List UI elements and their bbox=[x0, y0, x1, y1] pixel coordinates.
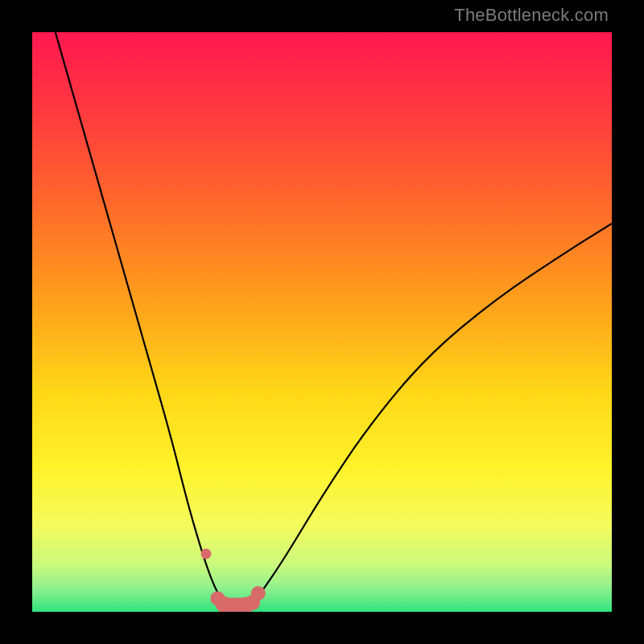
optimal-dot bbox=[251, 586, 266, 601]
frame-left bbox=[0, 0, 32, 644]
frame-bottom bbox=[0, 612, 644, 644]
frame-right bbox=[612, 0, 644, 644]
optimal-dot bbox=[201, 549, 212, 559]
gradient-background bbox=[32, 32, 612, 612]
bottleneck-chart bbox=[32, 32, 612, 612]
watermark-text: TheBottleneck.com bbox=[454, 5, 609, 26]
